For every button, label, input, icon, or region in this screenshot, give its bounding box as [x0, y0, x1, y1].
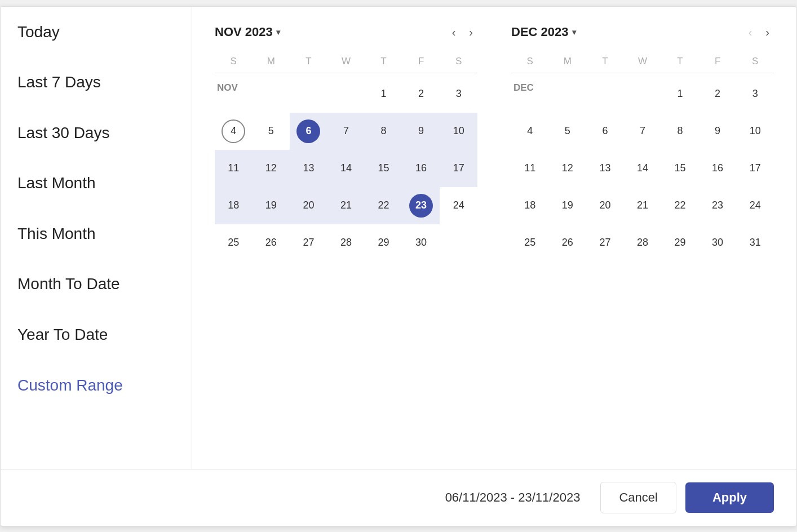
cal-day[interactable]: 10 — [440, 113, 477, 150]
cal-day[interactable]: 3 — [440, 76, 477, 113]
day-circle: 19 — [259, 194, 283, 218]
sidebar-item-thismonth[interactable]: This Month — [1, 209, 192, 259]
sidebar-item-last7[interactable]: Last 7 Days — [1, 57, 192, 108]
left-prev-btn[interactable]: ‹ — [448, 24, 461, 41]
apply-button[interactable]: Apply — [685, 482, 774, 513]
right-calendar: DEC 2023 ▾ ‹ › SMTWTFS DEC12345678910111… — [511, 24, 774, 275]
day-circle: 30 — [706, 231, 729, 255]
cal-day[interactable]: 21 — [327, 187, 365, 224]
cal-day[interactable]: 18 — [511, 187, 549, 224]
cal-day[interactable]: 6 — [290, 113, 327, 150]
cal-day[interactable]: 22 — [661, 187, 699, 224]
cal-day[interactable]: 2 — [402, 76, 440, 113]
cal-day[interactable]: 20 — [586, 187, 624, 224]
picker-body: TodayLast 7 DaysLast 30 DaysLast MonthTh… — [1, 7, 796, 469]
cal-day[interactable]: 7 — [327, 113, 365, 150]
cal-day[interactable]: 16 — [402, 150, 440, 187]
right-next-btn[interactable]: › — [761, 24, 774, 41]
day-circle: 3 — [447, 82, 471, 106]
day-circle: 1 — [668, 82, 692, 106]
sidebar-item-yeartodate[interactable]: Year To Date — [1, 309, 192, 360]
right-prev-btn[interactable]: ‹ — [744, 24, 757, 41]
cal-day[interactable]: 11 — [215, 150, 253, 187]
cal-day[interactable]: 6 — [586, 113, 624, 150]
cal-day[interactable]: 27 — [586, 224, 624, 261]
day-circle: 26 — [556, 231, 579, 255]
cal-day[interactable]: 26 — [549, 224, 587, 261]
cal-day[interactable]: 26 — [253, 224, 290, 261]
cal-day[interactable]: 23 — [699, 187, 737, 224]
cal-day[interactable]: 19 — [549, 187, 587, 224]
cal-day[interactable]: 4 — [215, 113, 253, 150]
cal-day[interactable]: 13 — [586, 150, 624, 187]
sidebar-item-lastmonth[interactable]: Last Month — [1, 158, 192, 209]
cal-day[interactable]: 19 — [253, 187, 290, 224]
dow-cell: F — [699, 52, 737, 70]
cal-day[interactable]: 9 — [699, 113, 737, 150]
left-next-btn[interactable]: › — [464, 24, 477, 41]
day-circle: 8 — [668, 119, 692, 143]
cal-day[interactable]: 8 — [365, 113, 402, 150]
cal-empty — [549, 261, 587, 275]
day-circle: 4 — [222, 119, 245, 143]
right-month-label[interactable]: DEC 2023 ▾ — [511, 25, 576, 39]
cal-day[interactable]: 2 — [699, 76, 737, 113]
cal-day[interactable]: 5 — [253, 113, 290, 150]
cal-day[interactable]: 4 — [511, 113, 549, 150]
cal-day[interactable]: 17 — [736, 150, 774, 187]
cal-day[interactable]: 25 — [215, 224, 253, 261]
day-circle: 16 — [706, 157, 729, 180]
cal-day[interactable]: 1 — [365, 76, 402, 113]
cal-day[interactable]: 12 — [253, 150, 290, 187]
dow-cell: S — [736, 52, 774, 70]
cal-day[interactable]: 28 — [327, 224, 365, 261]
cal-day[interactable]: 15 — [365, 150, 402, 187]
cal-day[interactable]: 21 — [624, 187, 662, 224]
sidebar-item-customrange[interactable]: Custom Range — [1, 360, 192, 411]
cal-day[interactable]: 16 — [699, 150, 737, 187]
cal-day[interactable]: 8 — [661, 113, 699, 150]
sidebar-item-monthtodate[interactable]: Month To Date — [1, 259, 192, 309]
cal-day[interactable]: 31 — [736, 224, 774, 261]
cal-day[interactable]: 18 — [215, 187, 253, 224]
cal-day[interactable]: 28 — [624, 224, 662, 261]
day-circle: 17 — [743, 157, 767, 180]
cal-day[interactable]: 20 — [290, 187, 327, 224]
day-circle: 2 — [409, 82, 433, 106]
cal-day[interactable]: 22 — [365, 187, 402, 224]
cal-day[interactable]: 25 — [511, 224, 549, 261]
cal-day[interactable]: 13 — [290, 150, 327, 187]
day-circle: 18 — [222, 194, 245, 218]
cal-day[interactable]: 30 — [699, 224, 737, 261]
cal-day[interactable]: 15 — [661, 150, 699, 187]
cal-day[interactable]: 17 — [440, 150, 477, 187]
cal-day[interactable]: 29 — [365, 224, 402, 261]
day-circle: 29 — [372, 231, 396, 255]
day-circle: 14 — [631, 157, 654, 180]
cal-day[interactable]: 27 — [290, 224, 327, 261]
cal-day[interactable]: 5 — [549, 113, 587, 150]
cal-day[interactable]: 23 — [402, 187, 440, 224]
cal-month-label: DEC — [511, 76, 624, 113]
cal-day[interactable]: 1 — [661, 76, 699, 113]
cal-day[interactable]: 11 — [511, 150, 549, 187]
cal-day[interactable]: 29 — [661, 224, 699, 261]
day-circle: 15 — [372, 157, 396, 180]
cal-day[interactable]: 10 — [736, 113, 774, 150]
cal-day[interactable]: 14 — [624, 150, 662, 187]
cal-day[interactable]: 24 — [736, 187, 774, 224]
date-range-display: 06/11/2023 - 23/11/2023 — [445, 490, 581, 505]
cal-day[interactable]: 7 — [624, 113, 662, 150]
cal-day[interactable]: 24 — [440, 187, 477, 224]
cal-day[interactable]: 9 — [402, 113, 440, 150]
sidebar-item-today[interactable]: Today — [1, 7, 192, 57]
dow-cell: T — [661, 52, 699, 70]
cal-day[interactable]: 14 — [327, 150, 365, 187]
cal-day[interactable]: 30 — [402, 224, 440, 261]
cancel-button[interactable]: Cancel — [600, 482, 676, 513]
left-month-label[interactable]: NOV 2023 ▾ — [215, 25, 280, 39]
sidebar-item-last30[interactable]: Last 30 Days — [1, 108, 192, 158]
left-cal-grid: NOV1234567891011121314151617181920212223… — [215, 76, 477, 275]
cal-day[interactable]: 12 — [549, 150, 587, 187]
cal-day[interactable]: 3 — [736, 76, 774, 113]
